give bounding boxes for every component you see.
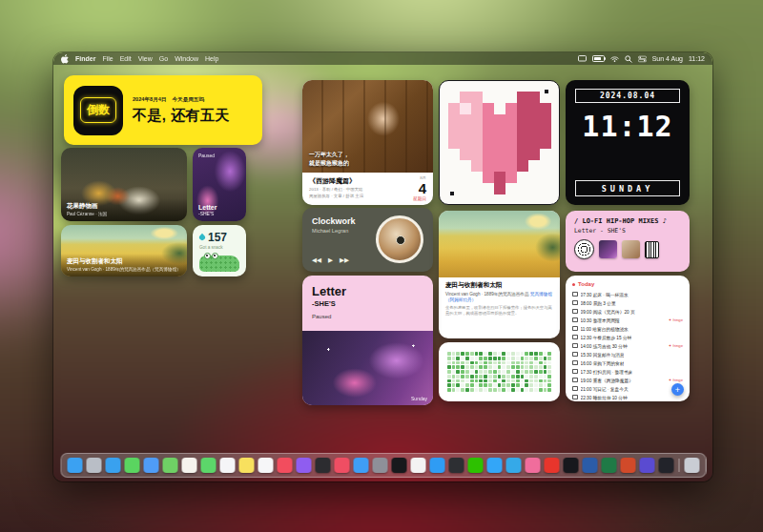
dock-figma[interactable] bbox=[658, 458, 673, 473]
widget-music-letter-large[interactable]: Letter -SHE'S Paused Sunday bbox=[302, 276, 433, 405]
dock-notes[interactable] bbox=[238, 458, 254, 473]
todo-item[interactable]: 08:00 晨跑 3 公里 bbox=[572, 298, 683, 307]
dock-appstore[interactable] bbox=[353, 458, 368, 473]
dock-facetime[interactable] bbox=[200, 458, 216, 473]
dock-wechat[interactable] bbox=[467, 458, 483, 473]
menu-help[interactable]: Help bbox=[205, 55, 218, 62]
dock-chrome[interactable] bbox=[410, 458, 425, 473]
dock-music[interactable] bbox=[277, 458, 292, 473]
checkbox-icon[interactable] bbox=[572, 395, 578, 400]
todo-item[interactable]: 11:00 给窗台的植物浇水 bbox=[572, 324, 683, 333]
dock-mail[interactable] bbox=[143, 458, 158, 473]
red-dot-icon bbox=[572, 283, 575, 286]
dock-trash[interactable] bbox=[684, 458, 699, 473]
widget-art-vangogh-detail[interactable]: 麦田与收割者和太阳 Vincent van Gogh · 1889年的梵高油画作… bbox=[439, 211, 560, 338]
dock-telegram[interactable] bbox=[505, 458, 521, 473]
widget-art-cezanne[interactable]: 花果静物画 Paul Cézanne · 法国 bbox=[61, 148, 187, 221]
checkbox-icon[interactable] bbox=[572, 326, 578, 332]
menu-edit[interactable]: Edit bbox=[120, 55, 132, 62]
checkbox-icon[interactable] bbox=[572, 309, 578, 315]
widget-todo-list[interactable]: Today 07:30 起床 · 喝一杯温水08:00 晨跑 3 公里09:00… bbox=[566, 276, 690, 401]
countdown-app-icon: 倒数 bbox=[73, 86, 123, 135]
menu-date[interactable]: Sun 4 Aug bbox=[652, 55, 683, 62]
menu-file[interactable]: File bbox=[102, 55, 113, 62]
todo-item[interactable]: 17:30 打扫房间 · 整理书桌 bbox=[572, 367, 683, 376]
dock-spotify[interactable] bbox=[391, 458, 406, 473]
menu-time[interactable]: 11:12 bbox=[689, 55, 705, 62]
widget-pixel-heart[interactable] bbox=[439, 80, 560, 205]
todo-text: 09:00 阅读《梵高传》20 页 bbox=[581, 309, 635, 315]
todo-item[interactable]: 16:00 采购下周的食材 bbox=[572, 358, 683, 367]
menu-view[interactable]: View bbox=[138, 55, 153, 62]
play-icon[interactable]: ▶ bbox=[328, 256, 333, 264]
dock-maps[interactable] bbox=[162, 458, 177, 473]
contrib-cell bbox=[479, 357, 483, 360]
dock-douyin[interactable] bbox=[563, 458, 578, 473]
checkbox-icon[interactable] bbox=[572, 369, 578, 375]
todo-item[interactable]: 15:30 回复邮件与消息 bbox=[572, 350, 683, 358]
dock-settings[interactable] bbox=[372, 458, 387, 473]
dock-excel[interactable] bbox=[601, 458, 616, 473]
dock-reminders[interactable] bbox=[258, 458, 273, 473]
apple-menu-icon[interactable] bbox=[61, 54, 69, 64]
widget-habit-grid[interactable] bbox=[439, 342, 560, 401]
checkbox-icon[interactable] bbox=[572, 352, 578, 358]
todo-item[interactable]: 14:00 练习吉他 30 分钟✦ fringe bbox=[572, 341, 683, 350]
dock bbox=[60, 453, 706, 478]
screen-mirroring-icon[interactable] bbox=[578, 55, 587, 62]
dock-safari[interactable] bbox=[105, 458, 120, 473]
dock-vscode[interactable] bbox=[429, 458, 444, 473]
contrib-cell bbox=[484, 383, 487, 387]
todo-item[interactable]: 21:00 写日记 · 复盘今天 bbox=[572, 384, 683, 393]
dock-launchpad[interactable] bbox=[86, 458, 101, 473]
dock-calendar[interactable] bbox=[219, 458, 235, 473]
todo-item[interactable]: 09:00 阅读《梵高传》20 页 bbox=[572, 307, 683, 316]
checkbox-icon[interactable] bbox=[572, 378, 578, 383]
widget-art-vangogh-small[interactable]: 麦田与收割者和太阳 Vincent van Gogh · 1889年的梵高油画作… bbox=[61, 225, 187, 276]
todo-item[interactable]: 19:00 重看《西游降魔篇》✦ fringe bbox=[572, 376, 683, 384]
widget-lofi-playlist[interactable]: / LO-FI HIP-HOP MIXES ♪ Letter - SHE'S bbox=[566, 211, 690, 272]
dock-podcasts[interactable] bbox=[296, 458, 311, 473]
dock-netease-music[interactable] bbox=[544, 458, 559, 473]
wifi-icon[interactable] bbox=[610, 55, 619, 63]
todo-item[interactable]: 12:30 午餐后散步 15 分钟 bbox=[572, 333, 683, 341]
next-track-icon[interactable]: ▶▶ bbox=[340, 256, 349, 264]
dock-bilibili[interactable] bbox=[525, 458, 540, 473]
dock-word[interactable] bbox=[582, 458, 597, 473]
widget-music-letter-small[interactable]: Paused Letter -SHE'S bbox=[193, 148, 246, 221]
widget-movie-calendar[interactable]: 一万年太久了， 就是猴急猴急的 《西游降魔篇》 2013 · 喜剧 / 奇幻 ·… bbox=[302, 80, 433, 205]
widget-water-tracker[interactable]: 157 Got a snack bbox=[193, 225, 246, 276]
control-center-icon[interactable] bbox=[638, 55, 647, 63]
checkbox-icon[interactable] bbox=[572, 386, 578, 392]
dock-qq[interactable] bbox=[486, 458, 502, 473]
search-icon[interactable] bbox=[625, 55, 632, 63]
dock-powerpoint[interactable] bbox=[620, 458, 635, 473]
menu-window[interactable]: Window bbox=[175, 55, 198, 62]
checkbox-icon[interactable] bbox=[572, 292, 578, 297]
dock-news[interactable] bbox=[334, 458, 349, 473]
todo-item[interactable]: 10:30 整理本周周报✦ fringe bbox=[572, 316, 683, 324]
contrib-cell bbox=[544, 357, 547, 360]
dock-photos[interactable] bbox=[181, 458, 196, 473]
checkbox-icon[interactable] bbox=[572, 335, 578, 340]
add-task-button[interactable]: + bbox=[671, 383, 684, 396]
battery-icon[interactable] bbox=[592, 55, 605, 63]
dock-tv[interactable] bbox=[315, 458, 330, 473]
checkbox-icon[interactable] bbox=[572, 343, 578, 349]
dock-terminal[interactable] bbox=[448, 458, 464, 473]
painting-title: 麦田与收割者和太阳 bbox=[445, 281, 553, 290]
dock-obsidian[interactable] bbox=[639, 458, 654, 473]
checkbox-icon[interactable] bbox=[572, 360, 578, 366]
checkbox-icon[interactable] bbox=[572, 300, 578, 306]
dock-finder[interactable] bbox=[67, 458, 82, 473]
todo-item[interactable]: 07:30 起床 · 喝一杯温水 bbox=[572, 290, 683, 298]
checkbox-icon[interactable] bbox=[572, 317, 578, 323]
widget-music-clockwork[interactable]: Clockwork Michael Legran ◀◀ ▶ ▶▶ bbox=[302, 208, 433, 272]
dock-messages[interactable] bbox=[124, 458, 139, 473]
menu-go[interactable]: Go bbox=[159, 55, 168, 62]
widget-pixel-clock[interactable]: 2024.08.04 11:12 SUNDAY bbox=[566, 80, 690, 205]
todo-item[interactable]: 22:30 睡前拉伸 10 分钟 bbox=[572, 393, 683, 401]
widget-countdown[interactable]: 倒数 2024年8月4日 今天是周五吗 不是, 还有五天 bbox=[64, 75, 262, 145]
previous-track-icon[interactable]: ◀◀ bbox=[312, 256, 321, 264]
menu-app-name[interactable]: Finder bbox=[75, 55, 95, 62]
